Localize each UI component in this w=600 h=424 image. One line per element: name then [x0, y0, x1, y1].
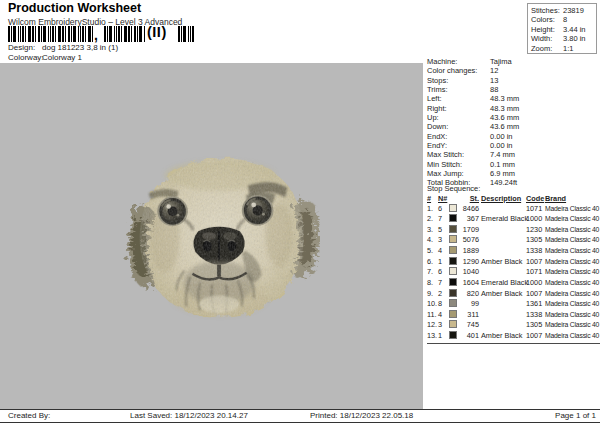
barcode-bar	[128, 26, 130, 42]
thread-stop-number: 9.	[427, 290, 438, 299]
machine-row: Trims:88	[427, 85, 600, 94]
barcode-bar	[131, 26, 132, 42]
barcode-bar	[48, 26, 49, 42]
thread-row: 10.8991361Madeira Classic 40	[427, 299, 600, 310]
thread-stitch-count: 367	[461, 215, 481, 224]
thread-needle-number: 3	[438, 236, 449, 245]
thread-stitch-count: 1604	[461, 279, 481, 288]
barcode-bar	[52, 26, 54, 42]
barcode-bar	[80, 26, 81, 42]
thread-row: 4.350761305Madeira Classic 40	[427, 235, 600, 246]
machine-row-value: 88	[490, 85, 498, 94]
thread-needle-number: 7	[438, 215, 449, 224]
thread-brand: Madeira Classic 40	[545, 268, 600, 277]
footer-top-rule	[0, 409, 600, 410]
thread-stitch-count: 1290	[461, 258, 481, 267]
thread-color-swatch-box	[449, 331, 457, 339]
thread-stop-number: 11.	[427, 311, 438, 320]
machine-row: Left:48.3 mm	[427, 94, 600, 103]
thread-code: 1071	[526, 205, 545, 214]
barcode-bar	[183, 26, 186, 42]
machine-row-value: 7.4 mm	[490, 150, 515, 159]
thread-code: 1338	[526, 311, 545, 320]
barcode-bar	[25, 26, 26, 42]
thread-stop-number: 1.	[427, 205, 438, 214]
thread-stop-number: 12.	[427, 321, 438, 330]
thread-row: 3.517091230Madeira Classic 40	[427, 225, 600, 236]
barcode-bar	[144, 26, 145, 42]
page-title: Production Worksheet	[8, 1, 141, 15]
thread-row: 2.7367Emerald Black1000Madeira Classic 4…	[427, 214, 600, 225]
thread-needle-number: 5	[438, 226, 449, 235]
barcode-bar	[68, 26, 70, 42]
thread-brand: Madeira Classic 40	[545, 279, 600, 288]
machine-row-label: Down:	[427, 122, 490, 131]
machine-row-label: Max Stitch:	[427, 150, 490, 159]
machine-row: Right:48.3 mm	[427, 104, 600, 113]
summary-row-value: 8	[563, 15, 567, 24]
barcode-bar	[190, 26, 191, 42]
thread-stitch-count: 8466	[461, 205, 481, 214]
machine-row-label: Max Jump:	[427, 169, 490, 178]
thread-col-header: Brand	[545, 194, 600, 204]
barcode-bar	[85, 26, 86, 42]
thread-col-header: Code	[526, 194, 545, 204]
machine-row: Max Stitch:7.4 mm	[427, 150, 600, 159]
thread-color-swatch	[449, 278, 461, 289]
thread-code: 1305	[526, 236, 545, 245]
thread-code: 1000	[526, 279, 545, 288]
thread-stop-number: 10.	[427, 300, 438, 309]
machine-row-label: Machine:	[427, 57, 490, 66]
stop-sequence-title: Stop Sequence:	[427, 184, 480, 193]
thread-needle-number: 6	[438, 205, 449, 214]
barcode-bar	[55, 26, 56, 42]
thread-color-swatch	[449, 331, 461, 342]
machine-row-label: Min Stitch:	[427, 160, 490, 169]
barcode-bar	[43, 26, 46, 42]
thread-color-swatch-box	[449, 204, 457, 212]
thread-needle-number: 6	[438, 268, 449, 277]
barcode-bar	[82, 26, 84, 42]
colorway-row: Colorway:Colorway 1	[8, 53, 82, 62]
barcode-bar	[124, 26, 127, 42]
thread-color-swatch	[449, 267, 461, 278]
thread-stop-number: 3.	[427, 226, 438, 235]
thread-color-swatch	[449, 310, 461, 321]
barcode-bar	[192, 26, 194, 42]
barcode-bar	[20, 26, 21, 42]
thread-color-swatch	[449, 204, 461, 215]
machine-row: Machine:Tajima	[427, 57, 600, 66]
thread-color-swatch-box	[449, 267, 457, 275]
summary-row-label: Height:	[531, 25, 563, 34]
thread-stop-number: 8.	[427, 279, 438, 288]
machine-row-value: 13	[490, 76, 498, 85]
thread-needle-number: 1	[438, 258, 449, 267]
barcode-bar	[58, 26, 61, 42]
thread-code: 1305	[526, 321, 545, 330]
machine-row-value: 48.3 mm	[490, 94, 519, 103]
thread-brand: Madeira Classic 40	[545, 300, 600, 309]
thread-color-swatch-box	[449, 289, 457, 297]
thread-stop-number: 4.	[427, 236, 438, 245]
thread-code: 1230	[526, 226, 545, 235]
colorway-value: Colorway 1	[42, 53, 82, 62]
thread-code: 1071	[526, 268, 545, 277]
barcode-bar	[178, 26, 180, 42]
thread-description: Amber Black	[481, 258, 526, 267]
thread-stitch-count: 311	[461, 311, 481, 320]
thread-brand: Madeira Classic 40	[545, 311, 600, 320]
machine-row: Color changes:12	[427, 66, 600, 75]
machine-row: Min Stitch:0.1 mm	[427, 160, 600, 169]
barcode-bar	[71, 26, 72, 42]
summary-row: Height:3.44 in	[528, 25, 596, 34]
thread-brand: Madeira Classic 40	[545, 226, 600, 235]
machine-row-value: Tajima	[490, 57, 512, 66]
machine-row: Down:43.6 mm	[427, 122, 600, 131]
thread-needle-number: 8	[438, 300, 449, 309]
barcode-bar	[73, 26, 76, 42]
barcode-parens-mark: (II)	[147, 24, 167, 40]
machine-row-value: 6.9 mm	[490, 169, 515, 178]
barcode-bar	[11, 26, 12, 42]
summary-row: Colors:8	[528, 15, 596, 24]
thread-row: 12.37451305Madeira Classic 40	[427, 320, 600, 331]
